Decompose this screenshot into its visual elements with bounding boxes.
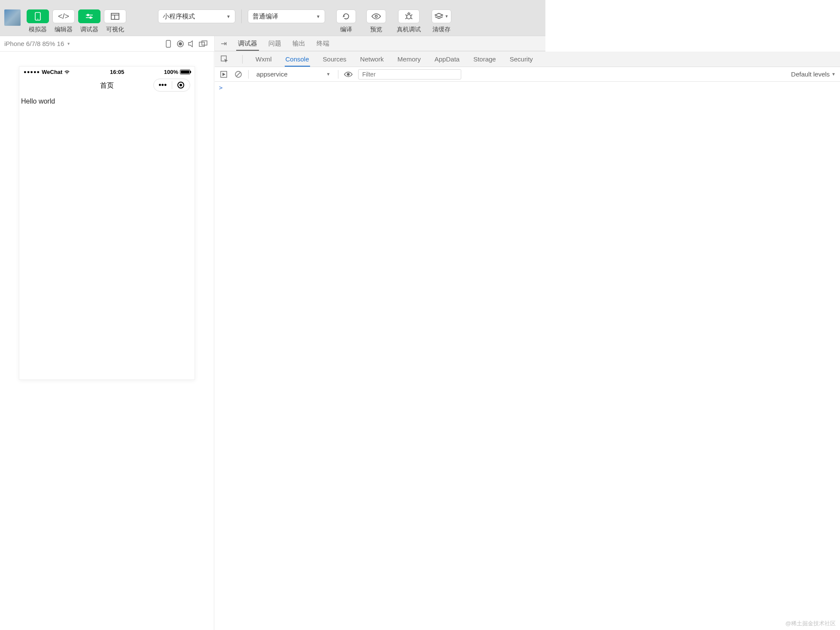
toolbar-cluster-left: 模拟器 </> 编辑器 调试器 可视化 xyxy=(25,9,128,34)
chevron-down-icon: ▼ xyxy=(67,42,70,46)
svg-line-17 xyxy=(410,13,411,14)
tab-problems[interactable]: 问题 xyxy=(267,36,283,51)
tab-security[interactable]: Security xyxy=(509,52,534,67)
svg-marker-22 xyxy=(189,41,192,47)
tab-console[interactable]: Console xyxy=(285,52,310,67)
mode-select[interactable]: 小程序模式 ▼ xyxy=(158,9,235,23)
svg-point-4 xyxy=(87,14,89,16)
svg-marker-27 xyxy=(222,73,225,76)
wifi-icon xyxy=(64,70,70,74)
chevron-down-icon: ▼ xyxy=(326,72,331,76)
context-label: appservice xyxy=(256,70,288,78)
visual-button[interactable]: 可视化 xyxy=(102,9,128,34)
inspect-icon[interactable] xyxy=(221,55,230,63)
console-body[interactable]: > xyxy=(215,82,545,409)
top-toolbar: 模拟器 </> 编辑器 调试器 可视化 小程序模式 ▼ 普通编译 ▼ xyxy=(0,0,545,36)
toolbar-divider xyxy=(241,9,242,23)
svg-point-21 xyxy=(179,43,182,45)
clear-cache-button[interactable]: ▼ 清缓存 xyxy=(426,9,457,34)
svg-line-16 xyxy=(408,13,408,14)
signal-icon: ●●●●● xyxy=(24,69,40,74)
divider xyxy=(338,70,338,79)
svg-rect-19 xyxy=(166,40,170,47)
debugger-label: 调试器 xyxy=(80,26,98,34)
remote-debug-button[interactable]: 真机调试 xyxy=(391,9,426,34)
popout-icon[interactable] xyxy=(199,40,210,47)
page-content: Hello world xyxy=(19,94,195,379)
device-select[interactable]: iPhone 6/7/8 85% 16 ▼ xyxy=(4,40,70,47)
compile-button[interactable]: 编译 xyxy=(331,9,361,34)
clear-cache-label: 清缓存 xyxy=(432,26,450,34)
dots-icon: ••• xyxy=(158,81,167,90)
layout-icon xyxy=(104,9,126,23)
mute-icon[interactable] xyxy=(188,40,199,47)
tab-debugger[interactable]: 调试器 xyxy=(236,36,259,51)
tab-sources[interactable]: Sources xyxy=(322,52,347,67)
simulator-label: 模拟器 xyxy=(29,26,47,34)
svg-line-15 xyxy=(411,18,412,19)
page-title: 首页 xyxy=(100,81,114,90)
tab-appdata[interactable]: AppData xyxy=(434,52,460,67)
rotate-icon[interactable] xyxy=(165,40,177,48)
toggle-drawer-icon[interactable] xyxy=(219,70,228,79)
svg-line-29 xyxy=(237,72,240,76)
svg-line-13 xyxy=(411,15,412,15)
console-filter-input[interactable] xyxy=(358,69,461,80)
visual-label: 可视化 xyxy=(106,26,124,34)
panel-tabs: ⇥ 调试器 问题 输出 终端 xyxy=(214,36,545,51)
clock-label: 16:05 xyxy=(110,69,124,75)
target-icon xyxy=(177,82,184,89)
capsule-close-button[interactable] xyxy=(172,82,190,89)
preview-button[interactable]: 预览 xyxy=(361,9,391,34)
svg-line-14 xyxy=(405,18,407,19)
secondary-bar: iPhone 6/7/8 85% 16 ▼ ⇥ 调试器 问题 输出 终端 xyxy=(0,36,545,52)
mode-select-label: 小程序模式 xyxy=(163,12,195,21)
page-text: Hello world xyxy=(21,98,55,105)
clear-console-icon[interactable] xyxy=(234,70,243,79)
avatar[interactable] xyxy=(4,9,21,26)
live-expression-icon[interactable] xyxy=(344,70,353,79)
console-prompt: > xyxy=(219,84,222,91)
toolbar-cluster-right: 编译 预览 真机调试 ▼ 清缓存 xyxy=(331,9,457,34)
tab-network[interactable]: Network xyxy=(359,52,385,67)
carrier-label: WeChat xyxy=(42,69,62,75)
dock-icon[interactable]: ⇥ xyxy=(219,39,228,48)
editor-button[interactable]: </> 编辑器 xyxy=(51,9,76,34)
console-controls: appservice ▼ Default levels ▼ xyxy=(215,67,545,82)
simulator-button[interactable]: 模拟器 xyxy=(25,9,51,34)
tab-terminal[interactable]: 终端 xyxy=(315,36,331,51)
compile-select[interactable]: 普通编译 ▼ xyxy=(248,9,325,23)
svg-marker-18 xyxy=(435,13,443,17)
svg-point-5 xyxy=(90,17,91,18)
svg-line-12 xyxy=(405,15,407,15)
context-select[interactable]: appservice ▼ xyxy=(254,70,333,78)
tab-wxml[interactable]: Wxml xyxy=(255,52,273,67)
compile-label: 编译 xyxy=(340,26,352,34)
simulator-controls-bar: iPhone 6/7/8 85% 16 ▼ xyxy=(0,40,214,48)
chevron-down-icon: ▼ xyxy=(226,14,231,19)
tab-storage[interactable]: Storage xyxy=(472,52,497,67)
capsule-menu-button[interactable]: ••• xyxy=(154,81,172,90)
eye-icon xyxy=(366,9,386,23)
svg-point-10 xyxy=(407,15,411,19)
svg-rect-6 xyxy=(111,13,119,19)
remote-debug-label: 真机调试 xyxy=(397,26,421,34)
debugger-button[interactable]: 调试器 xyxy=(76,9,102,34)
device-label: iPhone 6/7/8 85% 16 xyxy=(4,40,64,47)
tab-memory[interactable]: Memory xyxy=(397,52,422,67)
compile-select-label: 普通编译 xyxy=(253,12,278,21)
simulator-panel: ●●●●● WeChat 16:05 100% 首页 ••• xyxy=(0,52,214,409)
preview-label: 预览 xyxy=(370,26,382,34)
code-icon: </> xyxy=(52,9,75,23)
battery-icon xyxy=(180,70,190,74)
tab-output[interactable]: 输出 xyxy=(291,36,307,51)
layers-icon: ▼ xyxy=(432,9,451,23)
phone-icon xyxy=(27,9,49,23)
status-bar: ●●●●● WeChat 16:05 100% xyxy=(19,67,195,77)
editor-label: 编辑器 xyxy=(55,26,73,34)
chevron-down-icon: ▼ xyxy=(316,14,320,19)
svg-point-30 xyxy=(347,73,350,75)
record-icon[interactable] xyxy=(177,40,188,48)
refresh-icon xyxy=(336,9,356,23)
capsule: ••• xyxy=(153,79,190,92)
